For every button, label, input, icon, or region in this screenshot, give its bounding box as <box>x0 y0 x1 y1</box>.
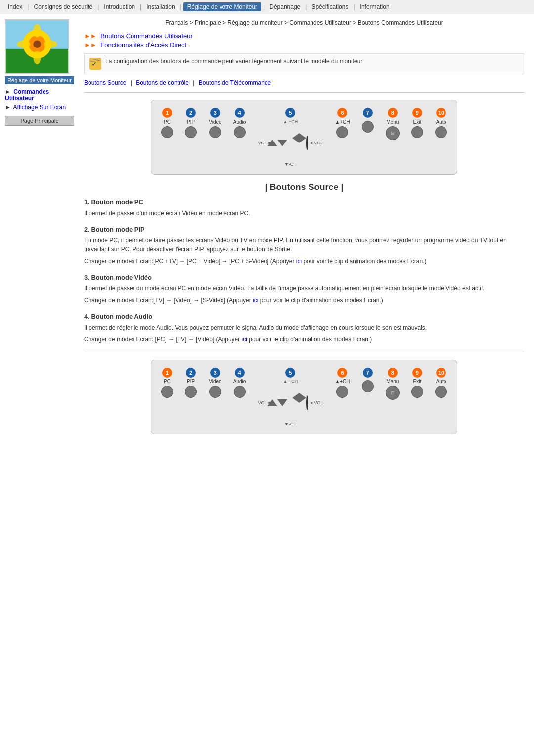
remote-btn-auto-2: 10 Auto <box>435 368 447 398</box>
nav-installation[interactable]: Installation <box>143 2 178 11</box>
circle-6-b <box>336 386 348 398</box>
subsection-pip-text: En mode PC, il permet de faire passer le… <box>84 236 524 254</box>
ch-down-label: ▼-CH <box>284 162 297 167</box>
link-boutons-commandes[interactable]: ►► Boutons Commandes Utilisateur <box>84 32 524 40</box>
subsection-pip-title: 2. Bouton mode PIP <box>84 226 524 233</box>
subsection-pip: 2. Bouton mode PIP En mode PC, il permet… <box>84 226 524 266</box>
section-title-boutons-source: | Boutons Source | <box>84 182 524 192</box>
circle-8: ⊟ <box>386 126 400 140</box>
note-box: ✓ La configuration des boutons de comman… <box>84 53 524 74</box>
page-principale-button[interactable]: Page Principale <box>5 116 74 126</box>
arrow-icon-2: ►► <box>84 41 98 48</box>
nav-index[interactable]: Index <box>5 2 25 11</box>
dpad-left-2 <box>292 393 299 403</box>
circle-3-b <box>209 386 221 398</box>
circle-1-b <box>161 386 173 398</box>
remote-btn-audio-2: 4 Audio <box>233 368 246 398</box>
svg-point-6 <box>33 51 41 64</box>
subsection-audio-text: Il permet de régler le mode Audio. Vous … <box>84 323 524 332</box>
badge-6-b: 6 <box>337 368 347 378</box>
remote-btn-video-2: 3 Video <box>209 368 221 398</box>
label-pip: PIP <box>187 119 195 125</box>
circle-9 <box>411 126 423 138</box>
link-boutons-controle[interactable]: Boutons de contrôle <box>136 79 189 86</box>
sidebar-image <box>5 19 69 74</box>
sidebar-menu: ► Commandes Utilisateur ► Affichage Sur … <box>5 88 74 111</box>
divider-2 <box>84 352 524 352</box>
dpad-2 <box>273 385 308 420</box>
badge-1-b: 1 <box>162 368 172 378</box>
remote-container-1: 1 PC 2 PIP 3 Video <box>151 100 457 175</box>
badge-9-b: 9 <box>412 368 422 378</box>
bullet-2: ► <box>5 104 11 111</box>
subsection-audio-title: 4. Bouton mode Audio <box>84 313 524 320</box>
ch-up-label: ▲ +CH <box>283 119 298 124</box>
nav-reglage[interactable]: Réglage de votre Moniteur <box>183 2 261 11</box>
subsection-pc-text: Il permet de passer d'un mode écran Vidé… <box>84 209 524 218</box>
dpad-up-2 <box>267 399 277 406</box>
nav-specs[interactable]: Spécifications <box>309 2 351 11</box>
remote-btn-audio: 4 Audio <box>233 108 246 138</box>
circle-8-b: ⊟ <box>386 386 400 400</box>
circle-10-b <box>435 386 447 398</box>
circle-4-b <box>234 386 246 398</box>
dpad-right <box>299 133 306 143</box>
note-icon: ✓ <box>89 58 101 70</box>
nav-security[interactable]: Consignes de sécurité <box>31 2 95 11</box>
remote-btn-video: 3 Video <box>209 108 221 138</box>
ch-down-label-2: ▼-CH <box>284 422 297 426</box>
label-auto-2: Auto <box>436 379 446 384</box>
remote-btn-6: 6 ▲+CH <box>335 108 350 138</box>
nav-info[interactable]: Information <box>357 2 393 11</box>
remote-container-2: 1 PC 2 PIP 3 Video 4 <box>151 360 457 434</box>
svg-point-7 <box>17 40 30 48</box>
subsection-video-title: 3. Bouton mode Vidéo <box>84 274 524 281</box>
nav-sep-3: | <box>139 3 142 10</box>
badge-2-b: 2 <box>186 368 196 378</box>
label-pc: PC <box>164 119 171 125</box>
link-fonctionnalites[interactable]: ►► Fonctionnalités d'Accès Direct <box>84 41 524 48</box>
label-menu: Menu <box>386 119 399 125</box>
vol-right-label-2: ►VOL <box>310 400 323 405</box>
svg-point-5 <box>33 24 41 37</box>
label-pip-2: PIP <box>187 379 195 384</box>
subsection-pip-mode: Changer de modes Ecran:[PC +TV] → [PC + … <box>84 257 524 266</box>
label-video: Video <box>209 119 221 125</box>
label-menu-2: Menu <box>386 379 399 384</box>
sidebar-item-commandes[interactable]: ► Commandes Utilisateur <box>5 88 74 102</box>
link-boutons-source[interactable]: Boutons Source <box>84 79 126 86</box>
badge-6: 6 <box>337 108 347 118</box>
sub-sep-1: | <box>131 79 134 86</box>
circle-2 <box>185 126 197 138</box>
vol-right-label: ►VOL <box>310 141 323 145</box>
sidebar-item-affichage[interactable]: ► Affichage Sur Ecran <box>5 104 74 111</box>
badge-10-b: 10 <box>436 368 446 378</box>
remote-btn-pc-2: 1 PC <box>161 368 173 398</box>
remote-btn-pc: 1 PC <box>161 108 173 138</box>
link-boutons-telecommande[interactable]: Boutons de Télécommande <box>199 79 271 86</box>
label-exit-2: Exit <box>413 379 422 384</box>
subsection-video: 3. Bouton mode Vidéo Il permet de passer… <box>84 274 524 305</box>
link-animation-audio[interactable]: ici <box>242 336 247 343</box>
sub-sep-2: | <box>193 79 196 86</box>
circle-6 <box>336 126 348 138</box>
nav-introduction[interactable]: Introduction <box>101 2 138 11</box>
link-animation-video[interactable]: ici <box>253 297 258 304</box>
badge-1: 1 <box>162 108 172 118</box>
link-animation-pip[interactable]: ici <box>296 258 302 265</box>
nav-sep-6: | <box>304 3 308 10</box>
label-audio: Audio <box>233 119 246 125</box>
circle-3 <box>209 126 221 138</box>
subsection-audio-mode: Changer de modes Ecran: [PC] → [TV] → [V… <box>84 335 524 344</box>
nav-sep-4: | <box>179 3 182 10</box>
sidebar-link-commandes[interactable]: Commandes Utilisateur <box>5 88 49 102</box>
nav-sep-5: | <box>262 3 266 10</box>
sidebar-link-affichage[interactable]: Affichage Sur Ecran <box>13 104 66 111</box>
badge-10: 10 <box>436 108 446 118</box>
remote-btn-pip-2: 2 PIP <box>185 368 197 398</box>
remote-buttons-row-2: 1 PC 2 PIP 3 Video 4 <box>161 368 447 426</box>
nav-depannage[interactable]: Dépannage <box>267 2 303 11</box>
circle-7-b <box>362 380 374 392</box>
section-links: ►► Boutons Commandes Utilisateur ►► Fonc… <box>84 32 524 48</box>
label-auto: Auto <box>436 119 446 125</box>
